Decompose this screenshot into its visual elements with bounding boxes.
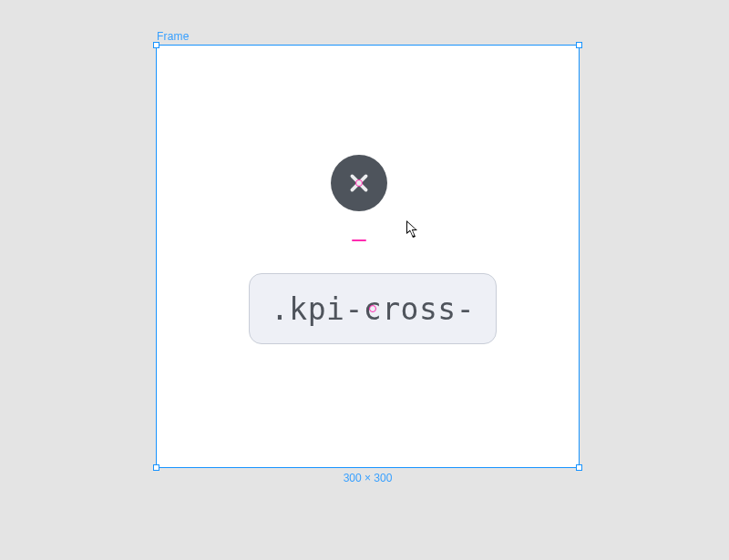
selection-handle-top-right[interactable] <box>576 42 582 48</box>
design-canvas[interactable]: Frame 300 × 300 .kpi-cross- <box>0 0 729 560</box>
origin-marker-icon <box>355 179 363 187</box>
selection-handle-bottom-right[interactable] <box>576 464 582 471</box>
selection-handle-top-left[interactable] <box>153 42 159 48</box>
selected-frame[interactable] <box>157 46 579 467</box>
origin-marker-icon <box>369 305 376 312</box>
cursor-icon <box>406 220 419 239</box>
selection-dimensions: 300 × 300 <box>157 472 579 484</box>
origin-marker-icon <box>352 239 366 241</box>
frame-name-label[interactable]: Frame <box>157 30 190 43</box>
selection-handle-bottom-left[interactable] <box>153 464 159 471</box>
